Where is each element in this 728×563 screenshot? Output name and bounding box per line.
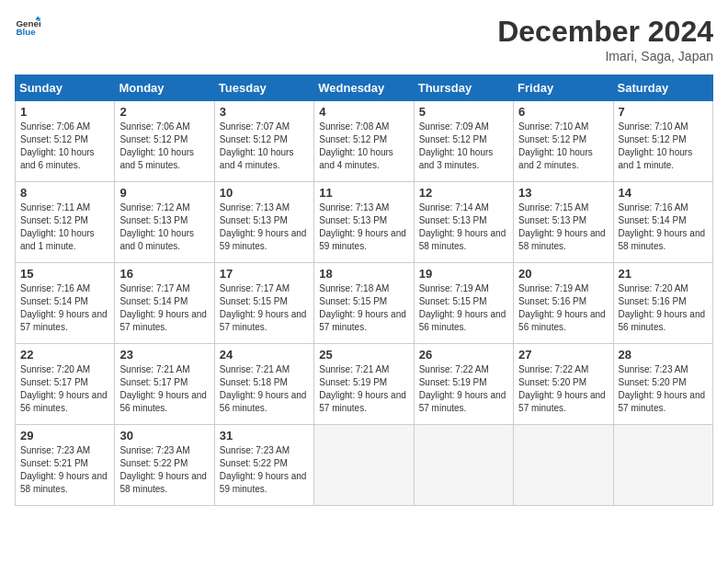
page-header: General Blue December 2024 Imari, Saga, … <box>15 15 713 63</box>
calendar-cell: 24Sunrise: 7:21 AMSunset: 5:18 PMDayligh… <box>214 344 313 425</box>
cell-details: Sunrise: 7:07 AMSunset: 5:12 PMDaylight:… <box>220 121 309 172</box>
day-number: 3 <box>220 105 309 119</box>
svg-text:Blue: Blue <box>16 27 36 37</box>
cell-details: Sunrise: 7:14 AMSunset: 5:13 PMDaylight:… <box>419 201 508 253</box>
cell-details: Sunrise: 7:13 AMSunset: 5:13 PMDaylight:… <box>220 201 309 253</box>
cell-details: Sunrise: 7:21 AMSunset: 5:18 PMDaylight:… <box>220 363 309 415</box>
calendar-cell <box>514 425 613 506</box>
calendar-cell: 1Sunrise: 7:06 AMSunset: 5:12 PMDaylight… <box>16 101 115 182</box>
calendar-cell: 7Sunrise: 7:10 AMSunset: 5:12 PMDaylight… <box>613 101 712 182</box>
cell-details: Sunrise: 7:20 AMSunset: 5:16 PMDaylight:… <box>619 282 708 334</box>
cell-details: Sunrise: 7:19 AMSunset: 5:16 PMDaylight:… <box>518 282 608 334</box>
title-block: December 2024 Imari, Saga, Japan <box>497 15 713 63</box>
calendar-cell: 16Sunrise: 7:17 AMSunset: 5:14 PMDayligh… <box>115 263 214 344</box>
day-number: 18 <box>319 267 408 281</box>
calendar-cell: 11Sunrise: 7:13 AMSunset: 5:13 PMDayligh… <box>314 182 414 263</box>
calendar-cell: 12Sunrise: 7:14 AMSunset: 5:13 PMDayligh… <box>414 182 513 263</box>
week-row-2: 8Sunrise: 7:11 AMSunset: 5:12 PMDaylight… <box>16 182 713 263</box>
cell-details: Sunrise: 7:22 AMSunset: 5:19 PMDaylight:… <box>419 363 508 415</box>
calendar-cell: 28Sunrise: 7:23 AMSunset: 5:20 PMDayligh… <box>613 344 712 425</box>
calendar-cell: 10Sunrise: 7:13 AMSunset: 5:13 PMDayligh… <box>214 182 313 263</box>
day-number: 16 <box>119 267 209 281</box>
day-number: 22 <box>20 348 109 362</box>
day-number: 21 <box>619 267 708 281</box>
day-number: 30 <box>119 429 209 442</box>
calendar-cell <box>314 425 414 506</box>
cell-details: Sunrise: 7:21 AMSunset: 5:17 PMDaylight:… <box>119 363 209 415</box>
cell-details: Sunrise: 7:23 AMSunset: 5:21 PMDaylight:… <box>20 444 109 496</box>
cell-details: Sunrise: 7:17 AMSunset: 5:14 PMDaylight:… <box>119 282 209 334</box>
day-number: 27 <box>518 348 608 362</box>
week-row-1: 1Sunrise: 7:06 AMSunset: 5:12 PMDaylight… <box>16 101 713 182</box>
cell-details: Sunrise: 7:22 AMSunset: 5:20 PMDaylight:… <box>518 363 608 415</box>
day-number: 7 <box>619 105 708 119</box>
calendar-cell: 9Sunrise: 7:12 AMSunset: 5:13 PMDaylight… <box>115 182 214 263</box>
calendar-cell: 27Sunrise: 7:22 AMSunset: 5:20 PMDayligh… <box>514 344 613 425</box>
cell-details: Sunrise: 7:08 AMSunset: 5:12 PMDaylight:… <box>319 121 408 172</box>
logo: General Blue <box>15 15 40 40</box>
calendar-cell: 21Sunrise: 7:20 AMSunset: 5:16 PMDayligh… <box>613 263 712 344</box>
day-number: 9 <box>119 186 209 200</box>
calendar-cell: 13Sunrise: 7:15 AMSunset: 5:13 PMDayligh… <box>514 182 613 263</box>
calendar-cell: 25Sunrise: 7:21 AMSunset: 5:19 PMDayligh… <box>314 344 414 425</box>
day-number: 5 <box>419 105 508 119</box>
day-number: 26 <box>419 348 508 362</box>
calendar-cell: 29Sunrise: 7:23 AMSunset: 5:21 PMDayligh… <box>16 425 115 506</box>
logo-icon: General Blue <box>15 15 40 40</box>
day-number: 12 <box>419 186 508 200</box>
day-header-saturday: Saturday <box>613 75 712 101</box>
calendar-cell: 23Sunrise: 7:21 AMSunset: 5:17 PMDayligh… <box>115 344 214 425</box>
calendar-cell: 4Sunrise: 7:08 AMSunset: 5:12 PMDaylight… <box>314 101 414 182</box>
cell-details: Sunrise: 7:21 AMSunset: 5:19 PMDaylight:… <box>319 363 408 415</box>
day-header-sunday: Sunday <box>16 75 115 101</box>
calendar-cell: 14Sunrise: 7:16 AMSunset: 5:14 PMDayligh… <box>613 182 712 263</box>
day-header-tuesday: Tuesday <box>214 75 313 101</box>
calendar-cell: 30Sunrise: 7:23 AMSunset: 5:22 PMDayligh… <box>115 425 214 506</box>
cell-details: Sunrise: 7:06 AMSunset: 5:12 PMDaylight:… <box>119 121 209 172</box>
day-number: 2 <box>119 105 209 119</box>
cell-details: Sunrise: 7:20 AMSunset: 5:17 PMDaylight:… <box>20 363 109 415</box>
header-row: SundayMondayTuesdayWednesdayThursdayFrid… <box>16 75 713 101</box>
cell-details: Sunrise: 7:16 AMSunset: 5:14 PMDaylight:… <box>20 282 109 334</box>
day-number: 24 <box>220 348 309 362</box>
cell-details: Sunrise: 7:10 AMSunset: 5:12 PMDaylight:… <box>619 121 708 172</box>
cell-details: Sunrise: 7:15 AMSunset: 5:13 PMDaylight:… <box>518 201 608 253</box>
day-number: 10 <box>220 186 309 200</box>
cell-details: Sunrise: 7:11 AMSunset: 5:12 PMDaylight:… <box>20 201 109 253</box>
day-number: 25 <box>319 348 408 362</box>
cell-details: Sunrise: 7:09 AMSunset: 5:12 PMDaylight:… <box>419 121 508 172</box>
calendar-cell: 20Sunrise: 7:19 AMSunset: 5:16 PMDayligh… <box>514 263 613 344</box>
cell-details: Sunrise: 7:16 AMSunset: 5:14 PMDaylight:… <box>619 201 708 253</box>
day-number: 1 <box>20 105 109 119</box>
calendar-cell: 19Sunrise: 7:19 AMSunset: 5:15 PMDayligh… <box>414 263 513 344</box>
day-number: 4 <box>319 105 408 119</box>
cell-details: Sunrise: 7:23 AMSunset: 5:22 PMDaylight:… <box>220 444 309 496</box>
calendar-cell <box>414 425 513 506</box>
cell-details: Sunrise: 7:19 AMSunset: 5:15 PMDaylight:… <box>419 282 508 334</box>
cell-details: Sunrise: 7:23 AMSunset: 5:22 PMDaylight:… <box>119 444 209 496</box>
day-header-thursday: Thursday <box>414 75 513 101</box>
cell-details: Sunrise: 7:12 AMSunset: 5:13 PMDaylight:… <box>119 201 209 253</box>
calendar-cell: 26Sunrise: 7:22 AMSunset: 5:19 PMDayligh… <box>414 344 513 425</box>
day-header-wednesday: Wednesday <box>314 75 414 101</box>
week-row-4: 22Sunrise: 7:20 AMSunset: 5:17 PMDayligh… <box>16 344 713 425</box>
day-number: 6 <box>518 105 608 119</box>
location: Imari, Saga, Japan <box>497 49 713 63</box>
day-number: 29 <box>20 429 109 442</box>
day-number: 19 <box>419 267 508 281</box>
week-row-3: 15Sunrise: 7:16 AMSunset: 5:14 PMDayligh… <box>16 263 713 344</box>
cell-details: Sunrise: 7:13 AMSunset: 5:13 PMDaylight:… <box>319 201 408 253</box>
day-header-monday: Monday <box>115 75 214 101</box>
day-number: 14 <box>619 186 708 200</box>
calendar-cell: 2Sunrise: 7:06 AMSunset: 5:12 PMDaylight… <box>115 101 214 182</box>
calendar-cell: 22Sunrise: 7:20 AMSunset: 5:17 PMDayligh… <box>16 344 115 425</box>
week-row-5: 29Sunrise: 7:23 AMSunset: 5:21 PMDayligh… <box>16 425 713 506</box>
day-number: 23 <box>119 348 209 362</box>
calendar-cell: 31Sunrise: 7:23 AMSunset: 5:22 PMDayligh… <box>214 425 313 506</box>
calendar-cell: 6Sunrise: 7:10 AMSunset: 5:12 PMDaylight… <box>514 101 613 182</box>
day-number: 31 <box>220 429 309 442</box>
calendar-cell: 17Sunrise: 7:17 AMSunset: 5:15 PMDayligh… <box>214 263 313 344</box>
day-number: 8 <box>20 186 109 200</box>
calendar-cell: 3Sunrise: 7:07 AMSunset: 5:12 PMDaylight… <box>214 101 313 182</box>
day-number: 28 <box>619 348 708 362</box>
